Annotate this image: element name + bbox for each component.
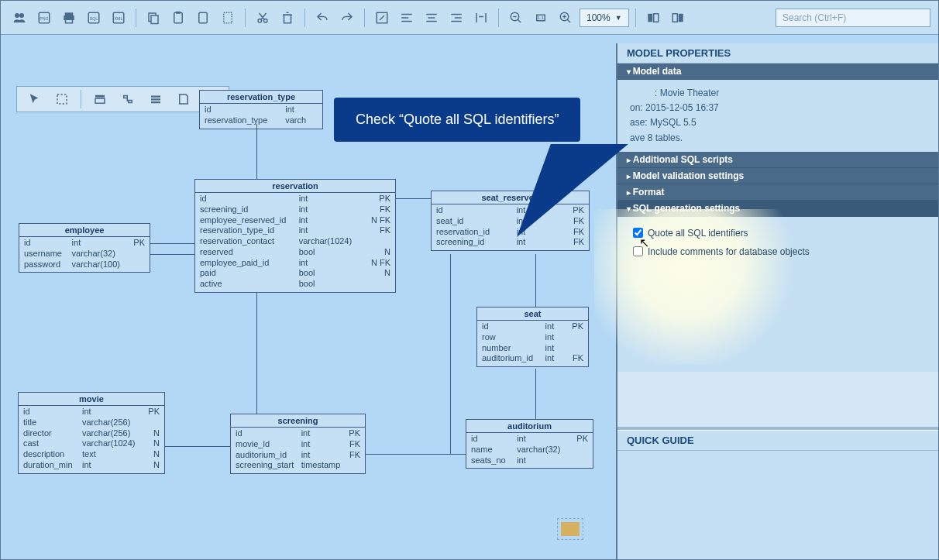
table-header: movie [19,393,164,406]
column-type: int [301,428,342,439]
main-toolbar: PNG SQL XML 1:1 100% ▼ Search (Ctrl+F) [1,1,938,35]
zoom-select[interactable]: 100% ▼ [580,9,629,27]
column-key [572,455,588,466]
column-type: varchar(1024) [82,438,139,449]
column-type: timestamp [301,460,342,471]
table-employee[interactable]: employeeidintPKusernamevarchar(32)passwo… [19,223,150,273]
section-format[interactable]: Format [617,184,938,201]
column-type: bool [299,268,359,279]
column-name: reserved [200,247,293,258]
undo-icon[interactable] [311,7,333,29]
clipboard-icon[interactable] [192,7,214,29]
table-header: reservation_type [200,91,322,104]
quick-guide-title: QUICK GUIDE [617,430,938,451]
column-key: PK [566,321,583,332]
quote-identifiers-label: Quote all SQL identifiers [648,228,748,239]
connector [256,124,257,179]
column-type: int [545,353,560,364]
edit-mode-icon[interactable] [371,7,393,29]
copy-icon[interactable] [143,7,164,29]
column-key [348,460,360,471]
align-center-icon[interactable] [421,7,442,29]
column-type: int [301,450,342,461]
chevron-down-icon: ▼ [615,14,622,22]
paste-special-icon[interactable] [217,7,239,29]
quick-guide-body [617,451,938,559]
section-validation[interactable]: Model validation settings [617,168,938,184]
search-input[interactable]: Search (Ctrl+F) [776,9,930,27]
column-type: int [517,455,566,466]
minimap-thumb[interactable] [557,518,583,540]
include-comments-checkbox[interactable] [633,246,643,256]
panel-layout-b-icon[interactable] [667,7,689,29]
column-type: int [299,258,359,269]
delete-icon[interactable] [277,7,298,29]
include-comments-label: Include comments for database objects [648,246,810,257]
svg-text:SQL: SQL [90,16,98,21]
zoom-in-icon[interactable] [555,7,576,29]
section-model-data[interactable]: Model data [617,64,938,80]
align-right-icon[interactable] [445,7,467,29]
table-screening[interactable]: screeningidintPKmovie_idintFKauditorium_… [230,414,366,474]
sql-export-icon[interactable]: SQL [83,7,105,29]
png-export-icon[interactable]: PNG [33,7,55,29]
panel-layout-a-icon[interactable] [642,7,664,29]
quote-identifiers-checkbox[interactable] [633,228,643,238]
column-name: title [23,417,76,428]
column-name: director [23,428,76,439]
column-type: int [545,321,560,332]
column-key: PK [572,434,588,445]
column-key: FK [566,353,583,364]
distribute-icon[interactable] [470,7,492,29]
column-name: id [24,238,66,249]
users-icon[interactable] [9,7,30,29]
tooltip-text: Check “Quote all SQL identifiers” [356,112,559,127]
quote-identifiers-option[interactable]: Quote all SQL identifiers ↖ [633,228,923,239]
column-key: N [145,428,160,439]
print-icon[interactable] [58,7,80,29]
column-name: id [471,434,511,445]
svg-rect-19 [284,15,291,23]
column-key: N [145,438,160,449]
svg-rect-16 [224,12,232,23]
svg-text:PNG: PNG [40,16,48,21]
marquee-tool-icon[interactable] [50,88,74,110]
align-left-icon[interactable] [396,7,418,29]
column-key [572,445,588,455]
view-tool-icon[interactable] [143,88,168,110]
column-key [566,332,583,343]
column-key [365,236,390,247]
column-type: int [545,332,560,343]
paste-icon[interactable] [167,7,189,29]
zoom-out-icon[interactable] [505,7,527,29]
table-movie[interactable]: movieidintPKtitlevarchar(256)directorvar… [18,392,165,474]
pointer-tool-icon[interactable] [22,88,46,110]
column-key: N FK [365,215,390,226]
table-seat[interactable]: seatidintPKrowintnumberintauditorium_idi… [476,307,589,367]
relation-tool-icon[interactable] [115,88,140,110]
table-tool-icon[interactable] [88,88,112,110]
include-comments-option[interactable]: Include comments for database objects [633,246,923,257]
table-reservation[interactable]: reservationidintPKscreening_idintFKemplo… [194,179,396,293]
table-reservation-type[interactable]: reservation_typeidintreservation_typevar… [199,90,323,129]
sql-generation-body: Quote all SQL identifiers ↖ Include comm… [617,217,938,372]
table-auditorium[interactable]: auditoriumidintPKnamevarchar(32)seats_no… [466,419,593,469]
note-tool-icon[interactable] [171,88,196,110]
column-key [130,249,145,259]
column-key: N [145,449,160,460]
model-tables: 8 tables. [648,132,683,143]
section-sql-generation[interactable]: SQL generation settings [617,201,938,217]
cut-icon[interactable] [252,7,273,29]
connector [366,454,450,455]
column-type: int [299,215,359,226]
quick-guide-panel: QUICK GUIDE [617,427,938,559]
column-name: id [436,205,511,216]
column-name: username [24,249,66,259]
redo-icon[interactable] [336,7,358,29]
zoom-actual-icon[interactable]: 1:1 [530,7,552,29]
svg-rect-29 [57,94,67,104]
connector [256,293,257,414]
section-additional-scripts[interactable]: Additional SQL scripts [617,152,938,168]
svg-rect-31 [95,98,105,103]
xml-export-icon[interactable]: XML [108,7,129,29]
